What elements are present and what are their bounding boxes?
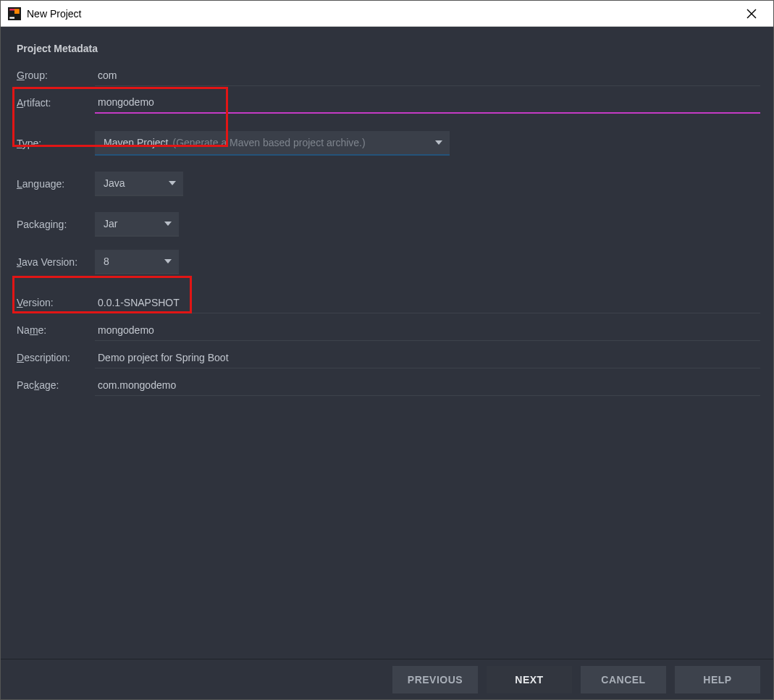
dropdown-java-version-value: 8 — [104, 256, 109, 267]
row-description: Description: — [14, 344, 760, 371]
row-type: Type: Maven Project (Generate a Maven ba… — [14, 130, 760, 157]
svg-rect-1 — [9, 9, 14, 10]
row-packaging: Packaging: Jar — [14, 211, 760, 238]
row-artifact: Artifact: — [14, 89, 760, 117]
next-button[interactable]: NEXT — [487, 666, 572, 693]
dropdown-java-version[interactable]: 8 — [95, 250, 179, 274]
label-java-version: Java Version: — [14, 256, 95, 268]
input-package[interactable] — [95, 375, 760, 396]
dialog-content: Project Metadata Group: Artifact: Type: … — [1, 27, 773, 659]
label-type: Type: — [14, 138, 95, 149]
row-language: Language: Java — [14, 170, 760, 198]
chevron-down-icon — [164, 259, 172, 263]
chevron-down-icon — [169, 181, 176, 185]
input-description[interactable] — [95, 347, 760, 368]
input-version[interactable] — [95, 292, 760, 313]
label-version: Version: — [14, 297, 95, 308]
row-name: Name: — [14, 316, 760, 344]
dropdown-packaging-value: Jar — [104, 218, 117, 229]
label-name: Name: — [14, 324, 95, 336]
close-icon — [746, 9, 757, 19]
row-package: Package: — [14, 371, 760, 399]
new-project-dialog: New Project Project Metadata Group: Arti… — [0, 0, 774, 700]
svg-rect-2 — [9, 17, 14, 18]
label-packaging: Packaging: — [14, 219, 95, 230]
label-artifact: Artifact: — [14, 97, 95, 109]
input-group[interactable] — [95, 65, 760, 86]
row-group: Group: — [14, 62, 760, 89]
label-description: Description: — [14, 352, 95, 363]
label-group: Group: — [14, 69, 95, 81]
dropdown-type[interactable]: Maven Project (Generate a Maven based pr… — [95, 131, 450, 156]
help-button[interactable]: HELP — [675, 666, 760, 693]
dialog-footer: PREVIOUS NEXT CANCEL HELP — [1, 659, 773, 699]
dropdown-language[interactable]: Java — [95, 172, 183, 196]
titlebar: New Project — [1, 1, 773, 27]
label-language: Language: — [14, 178, 95, 190]
chevron-down-icon — [164, 222, 172, 226]
dropdown-packaging[interactable]: Jar — [95, 212, 179, 237]
label-package: Package: — [14, 379, 95, 391]
dropdown-type-hint: (Generate a Maven based project archive.… — [172, 137, 365, 148]
dropdown-language-value: Java — [104, 177, 125, 189]
svg-rect-3 — [14, 9, 20, 14]
section-title: Project Metadata — [14, 43, 760, 54]
close-button[interactable] — [737, 1, 766, 27]
row-version: Version: — [14, 289, 760, 316]
row-java-version: Java Version: 8 — [14, 248, 760, 276]
input-artifact[interactable] — [95, 92, 760, 114]
previous-button[interactable]: PREVIOUS — [392, 666, 478, 693]
chevron-down-icon — [435, 140, 442, 145]
input-name[interactable] — [95, 320, 760, 341]
window-title: New Project — [27, 8, 737, 20]
dropdown-type-value: Maven Project — [104, 137, 168, 148]
cancel-button[interactable]: CANCEL — [581, 666, 666, 693]
intellij-icon — [8, 7, 21, 20]
